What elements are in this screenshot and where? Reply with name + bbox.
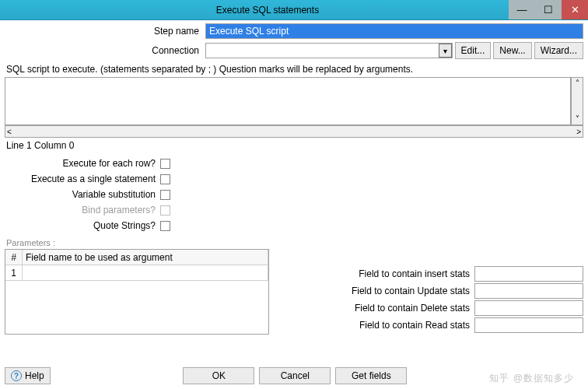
button-bar: ?Help OK Cancel Get fields	[5, 367, 583, 384]
options-group: Execute for each row? Execute as a singl…	[6, 156, 583, 233]
cursor-status: Line 1 Column 0	[5, 139, 583, 156]
column-index-header: #	[5, 250, 23, 265]
insert-stats-label: Field to contain insert stats	[359, 268, 474, 279]
parameters-header: Parameters :	[6, 238, 583, 247]
chevron-down-icon[interactable]: ▾	[439, 44, 452, 58]
read-stats-label: Field to contain Read stats	[359, 320, 474, 331]
maximize-button[interactable]: ☐	[535, 0, 562, 19]
help-button[interactable]: ?Help	[5, 367, 51, 384]
horizontal-scrollbar[interactable]: < >	[5, 125, 583, 138]
wizard-button[interactable]: Wizard...	[534, 42, 583, 59]
connection-input[interactable]	[205, 43, 453, 58]
delete-stats-input[interactable]	[474, 300, 583, 316]
new-button[interactable]: New...	[493, 42, 531, 59]
exec-single-label: Execute as a single statement	[6, 173, 160, 184]
scroll-left-icon[interactable]: <	[7, 128, 12, 136]
scroll-up-icon[interactable]: ˄	[572, 78, 583, 89]
row-index: 1	[5, 265, 23, 280]
exec-each-row-checkbox[interactable]	[160, 159, 170, 169]
quote-strings-checkbox[interactable]	[160, 221, 170, 231]
minimize-button[interactable]: —	[509, 0, 535, 19]
ok-button[interactable]: OK	[183, 367, 254, 384]
help-icon: ?	[11, 370, 22, 381]
insert-stats-input[interactable]	[474, 266, 583, 282]
table-header: # Field name to be used as argument	[5, 250, 268, 265]
bind-params-label: Bind parameters?	[6, 205, 160, 216]
get-fields-button[interactable]: Get fields	[335, 367, 407, 384]
bind-params-checkbox	[160, 205, 170, 216]
row-field-cell[interactable]	[23, 265, 268, 280]
window-title: Execute SQL statements	[26, 5, 509, 16]
sql-script-textarea[interactable]	[5, 77, 571, 125]
connection-label: Connection	[5, 45, 205, 56]
update-stats-input[interactable]	[474, 283, 583, 299]
scroll-right-icon[interactable]: >	[576, 128, 581, 136]
vertical-scrollbar[interactable]: ˄ ˅	[571, 77, 583, 125]
var-sub-label: Variable substitution	[6, 189, 160, 200]
quote-strings-label: Quote Strings?	[6, 220, 160, 231]
delete-stats-label: Field to contain Delete stats	[355, 303, 474, 314]
connection-combo[interactable]: ▾	[205, 43, 453, 58]
edit-button[interactable]: Edit...	[455, 42, 492, 59]
title-bar: Execute SQL statements — ☐ ✕	[0, 0, 588, 20]
var-sub-checkbox[interactable]	[160, 190, 170, 200]
step-name-label: Step name	[5, 26, 205, 37]
close-button[interactable]: ✕	[562, 0, 588, 19]
update-stats-label: Field to contain Update stats	[352, 286, 474, 296]
client-area: Step name Connection ▾ Edit... New... Wi…	[0, 20, 588, 339]
exec-each-row-label: Execute for each row?	[6, 158, 160, 169]
read-stats-input[interactable]	[474, 317, 583, 333]
parameters-table[interactable]: # Field name to be used as argument 1	[5, 249, 269, 335]
step-name-input[interactable]	[205, 23, 583, 39]
cancel-button[interactable]: Cancel	[259, 367, 331, 384]
script-note-label: SQL script to execute. (statements separ…	[6, 64, 583, 75]
exec-single-checkbox[interactable]	[160, 174, 170, 184]
column-field-header: Field name to be used as argument	[23, 250, 268, 265]
scroll-down-icon[interactable]: ˅	[572, 114, 583, 124]
table-row[interactable]: 1	[5, 265, 268, 281]
stats-fields: Field to contain insert stats Field to c…	[285, 249, 583, 335]
